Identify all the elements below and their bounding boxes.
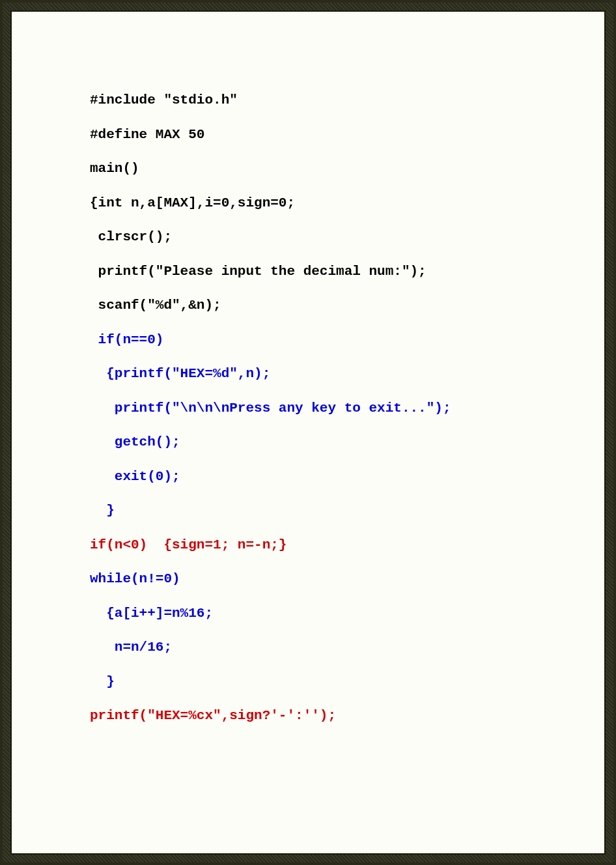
code-line-10: printf("\n\n\nPress any key to exit...")…	[90, 401, 451, 416]
document-frame: #include "stdio.h" #define MAX 50 main()…	[3, 3, 613, 862]
code-line-3: main()	[90, 161, 139, 176]
code-line-19: printf("HEX=%cx",sign?'-':'');	[90, 708, 336, 723]
code-line-4: {int n,a[MAX],i=0,sign=0;	[90, 195, 295, 210]
code-line-15: while(n!=0)	[90, 571, 180, 586]
code-line-11: getch();	[90, 434, 180, 449]
code-line-17: n=n/16;	[90, 640, 172, 655]
code-line-7: scanf("%d",&n);	[90, 298, 221, 313]
code-line-2: #define MAX 50	[90, 127, 204, 142]
code-line-1: #include "stdio.h"	[90, 92, 238, 107]
code-line-14: if(n<0) {sign=1; n=-n;}	[90, 537, 287, 552]
document-page: #include "stdio.h" #define MAX 50 main()…	[10, 10, 606, 855]
code-line-13: }	[90, 503, 115, 518]
code-line-12: exit(0);	[90, 469, 180, 484]
code-line-8: if(n==0)	[90, 332, 163, 347]
code-line-16: {a[i++]=n%16;	[90, 606, 213, 621]
code-listing: #include "stdio.h" #define MAX 50 main()…	[90, 83, 539, 733]
code-line-18: }	[90, 674, 115, 689]
code-line-6: printf("Please input the decimal num:");	[90, 264, 427, 279]
code-line-5: clrscr();	[90, 229, 172, 244]
code-line-9: {printf("HEX=%d",n);	[90, 366, 270, 381]
